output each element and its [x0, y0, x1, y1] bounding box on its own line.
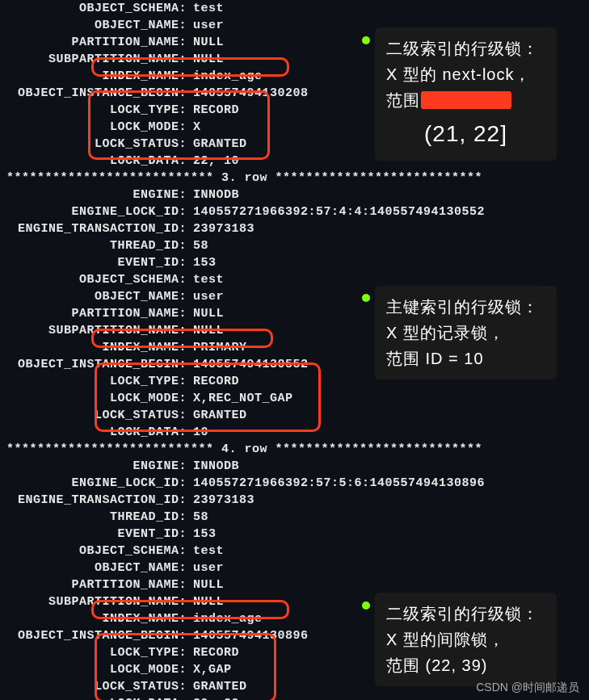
value: RECORD [190, 102, 239, 119]
label: THREAD_ID: [0, 237, 190, 254]
label: LOCK_TYPE: [0, 644, 190, 661]
value: 140557494130552 [190, 356, 309, 373]
note-line: X 型的 next-lock， [386, 61, 545, 87]
label: LOCK_MODE: [0, 661, 190, 678]
label: LOCK_STATUS: [0, 407, 190, 424]
note-line: X 型的记录锁， [386, 320, 545, 346]
value: X [190, 119, 201, 136]
row-object-schema: OBJECT_SCHEMA:test [0, 0, 589, 17]
label: THREAD_ID: [0, 509, 190, 526]
row-lock-status: LOCK_STATUS:GRANTED [0, 407, 589, 424]
label: LOCK_TYPE: [0, 102, 190, 119]
note-line: X 型的间隙锁， [386, 627, 545, 652]
value: 58 [190, 237, 208, 254]
label: PARTITION_NAME: [0, 305, 190, 322]
value: RECORD [190, 644, 239, 661]
row-partition-name: PARTITION_NAME:NULL [0, 576, 589, 593]
label: ENGINE_LOCK_ID: [0, 203, 190, 220]
label: INDEX_NAME: [0, 339, 190, 356]
value: RECORD [190, 373, 239, 390]
row-thread-id: THREAD_ID:58 [0, 237, 589, 254]
label: INDEX_NAME: [0, 68, 190, 85]
separator-row-3: *************************** 3. row *****… [0, 170, 589, 187]
value: 39, 20 [190, 695, 239, 700]
row-object-schema: OBJECT_SCHEMA:test [0, 543, 589, 560]
label: INDEX_NAME: [0, 610, 190, 627]
label: LOCK_STATUS: [0, 136, 190, 153]
redaction-block-icon [421, 91, 511, 109]
annotation-note-3: 二级索引的行级锁： X 型的间隙锁， 范围 (22, 39) [375, 593, 557, 686]
value: index_age [190, 610, 263, 627]
row-engine-lock-id: ENGINE_LOCK_ID:140557271966392:57:4:4:14… [0, 203, 589, 220]
value: GRANTED [190, 407, 247, 424]
note-line: 二级索引的行级锁： [386, 36, 545, 61]
note-line: 范围 (22, 39) [386, 652, 545, 678]
separator-row-4: *************************** 4. row *****… [0, 441, 589, 458]
row-lock-data: LOCK_DATA:10 [0, 424, 589, 441]
value: NULL [190, 34, 224, 51]
label: OBJECT_INSTANCE_BEGIN: [0, 627, 190, 644]
value: 23973183 [190, 492, 255, 509]
label: OBJECT_SCHEMA: [0, 543, 190, 560]
label: PARTITION_NAME: [0, 34, 190, 51]
label: OBJECT_NAME: [0, 17, 190, 34]
value: 140557271966392:57:4:4:140557494130552 [190, 203, 485, 220]
label: OBJECT_SCHEMA: [0, 271, 190, 288]
value: 153 [190, 526, 217, 543]
value: user [190, 17, 224, 34]
value: user [190, 288, 224, 305]
label: OBJECT_INSTANCE_BEGIN: [0, 85, 190, 102]
value: NULL [190, 51, 224, 68]
label: ENGINE_TRANSACTION_ID: [0, 492, 190, 509]
value: test [190, 271, 224, 288]
label: EVENT_ID: [0, 526, 190, 543]
row-event-id: EVENT_ID:153 [0, 254, 589, 271]
bullet-dot-icon [362, 36, 370, 44]
value: 140557494130896 [190, 627, 309, 644]
label: LOCK_DATA: [0, 695, 190, 700]
label: SUBPARTITION_NAME: [0, 322, 190, 339]
note-range: (21, 22] [386, 116, 545, 153]
row-event-id: EVENT_ID:153 [0, 526, 589, 543]
label: LOCK_DATA: [0, 153, 190, 170]
row-engine: ENGINE:INNODB [0, 187, 589, 203]
value: INNODB [190, 458, 239, 475]
value: X,GAP [190, 661, 232, 678]
value: INNODB [190, 187, 239, 203]
value: 153 [190, 254, 217, 271]
watermark: CSDN @时间邮递员 [476, 681, 579, 695]
value: 10 [190, 424, 208, 441]
row-lock-data: LOCK_DATA:39, 20 [0, 695, 589, 700]
label: ENGINE_LOCK_ID: [0, 475, 190, 492]
label: OBJECT_INSTANCE_BEGIN: [0, 356, 190, 373]
bullet-dot-icon [362, 601, 370, 610]
row-object-name: OBJECT_NAME:user [0, 560, 589, 576]
label: LOCK_MODE: [0, 390, 190, 407]
label: LOCK_STATUS: [0, 678, 190, 695]
value: 140557271966392:57:5:6:140557494130896 [190, 475, 485, 492]
value: user [190, 560, 224, 576]
value: PRIMARY [190, 339, 247, 356]
value: GRANTED [190, 136, 247, 153]
note-line: 范围 ID = 10 [386, 346, 545, 371]
label: LOCK_DATA: [0, 424, 190, 441]
value: test [190, 0, 224, 17]
label: OBJECT_NAME: [0, 560, 190, 576]
value: index_age [190, 68, 263, 85]
label: EVENT_ID: [0, 254, 190, 271]
label: OBJECT_NAME: [0, 288, 190, 305]
annotation-note-2: 主键索引的行级锁： X 型的记录锁， 范围 ID = 10 [375, 286, 557, 379]
label: LOCK_TYPE: [0, 373, 190, 390]
row-thread-id: THREAD_ID:58 [0, 509, 589, 526]
value: 23973183 [190, 220, 255, 237]
value: 22, 10 [190, 153, 239, 170]
value: test [190, 543, 224, 560]
value: NULL [190, 305, 224, 322]
value: 140557494130208 [190, 85, 309, 102]
row-engine: ENGINE:INNODB [0, 458, 589, 475]
row-engine-transaction-id: ENGINE_TRANSACTION_ID:23973183 [0, 492, 589, 509]
row-engine-lock-id: ENGINE_LOCK_ID:140557271966392:57:5:6:14… [0, 475, 589, 492]
label: PARTITION_NAME: [0, 576, 190, 593]
value: X,REC_NOT_GAP [190, 390, 293, 407]
note-line: 二级索引的行级锁： [386, 601, 545, 627]
